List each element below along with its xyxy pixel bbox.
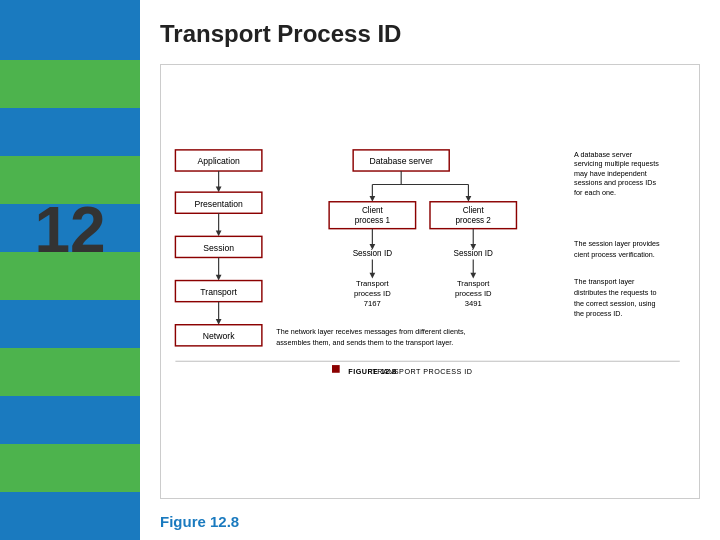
svg-text:Transport: Transport	[356, 279, 389, 288]
svg-text:The transport layer: The transport layer	[574, 277, 635, 286]
svg-marker-3	[216, 186, 222, 192]
svg-text:Transport: Transport	[200, 287, 237, 297]
svg-text:The session layer provides: The session layer provides	[574, 239, 660, 248]
stripe-8	[0, 396, 140, 444]
svg-text:The network layer receives mes: The network layer receives messages from…	[276, 327, 465, 336]
svg-text:Client: Client	[362, 206, 384, 215]
sidebar-top	[0, 0, 140, 60]
svg-text:distributes the requests to: distributes the requests to	[574, 288, 656, 297]
svg-marker-7	[216, 231, 222, 237]
diagram-svg: Application Presentation Session Transpo…	[161, 65, 699, 498]
svg-text:A database server: A database server	[574, 150, 633, 159]
svg-text:cient process verification.: cient process verification.	[574, 250, 655, 259]
svg-text:Presentation: Presentation	[194, 199, 243, 209]
svg-text:Application: Application	[198, 156, 240, 166]
svg-marker-11	[216, 275, 222, 281]
svg-text:assembles them, and sends them: assembles them, and sends them to the tr…	[276, 338, 453, 347]
svg-text:Session ID: Session ID	[454, 249, 494, 258]
svg-text:Client: Client	[463, 206, 485, 215]
svg-marker-41	[470, 273, 476, 279]
svg-marker-25	[466, 196, 472, 202]
svg-marker-15	[216, 319, 222, 325]
svg-text:Session: Session	[203, 243, 234, 253]
stripe-6	[0, 300, 140, 348]
stripe-1	[0, 60, 140, 108]
svg-text:Network: Network	[203, 331, 235, 341]
svg-marker-23	[369, 196, 375, 202]
sidebar	[0, 0, 140, 540]
page-title: Transport Process ID	[160, 20, 700, 48]
svg-text:TRANSPORT PROCESS ID: TRANSPORT PROCESS ID	[372, 367, 472, 376]
svg-rect-62	[332, 365, 340, 373]
svg-text:sessions and process IDs: sessions and process IDs	[574, 178, 656, 187]
stripe-7	[0, 348, 140, 396]
stripe-2	[0, 108, 140, 156]
figure-caption: Figure 12.8	[160, 513, 700, 530]
stripe-10	[0, 492, 140, 540]
svg-text:for each one.: for each one.	[574, 188, 616, 197]
svg-text:Transport: Transport	[457, 279, 490, 288]
svg-text:Database server: Database server	[370, 156, 433, 166]
svg-text:process ID: process ID	[455, 289, 492, 298]
stripe-9	[0, 444, 140, 492]
svg-text:Session ID: Session ID	[353, 249, 393, 258]
svg-text:3491: 3491	[465, 299, 482, 308]
svg-text:process ID: process ID	[354, 289, 391, 298]
diagram-area: Application Presentation Session Transpo…	[160, 64, 700, 499]
svg-text:servicing multiple requests: servicing multiple requests	[574, 159, 659, 168]
svg-text:the process ID.: the process ID.	[574, 309, 622, 318]
svg-text:may have independent: may have independent	[574, 169, 647, 178]
svg-marker-39	[369, 273, 375, 279]
slide-number: 12	[0, 190, 140, 270]
svg-text:process 2: process 2	[456, 216, 492, 225]
main-content: Transport Process ID Application Present…	[140, 0, 720, 540]
svg-text:process 1: process 1	[355, 216, 391, 225]
svg-text:the correct session, using: the correct session, using	[574, 299, 656, 308]
sidebar-stripes	[0, 60, 140, 540]
svg-text:7167: 7167	[364, 299, 381, 308]
